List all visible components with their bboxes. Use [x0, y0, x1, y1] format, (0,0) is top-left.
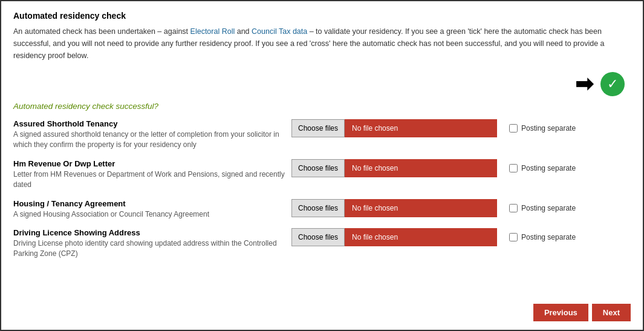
doc-desc-hm-revenue: Letter from HM Revenues or Department of…: [13, 169, 291, 191]
posting-separate-checkbox-hm-revenue[interactable]: [509, 164, 518, 172]
posting-separate-checkbox-driving-licence[interactable]: [509, 233, 518, 241]
file-upload-area-driving-licence: Choose files No file chosen Posting sepa…: [291, 228, 631, 246]
posting-separate-label-assured-shorthold[interactable]: Posting separate: [509, 124, 576, 133]
no-file-chosen-housing-tenancy: No file chosen: [345, 199, 497, 217]
no-file-chosen-hm-revenue: No file chosen: [345, 159, 497, 177]
posting-separate-checkbox-housing-tenancy[interactable]: [509, 204, 518, 212]
electoral-roll-link[interactable]: Electoral Roll: [190, 27, 235, 36]
choose-files-button-hm-revenue[interactable]: Choose files: [291, 159, 345, 177]
file-input-container-driving-licence: Choose files No file chosen: [291, 228, 497, 246]
file-input-container-hm-revenue: Choose files No file chosen: [291, 159, 497, 177]
doc-info-hm-revenue: Hm Revenue Or Dwp Letter Letter from HM …: [13, 159, 291, 191]
posting-separate-label-driving-licence[interactable]: Posting separate: [509, 233, 576, 241]
posting-separate-label-hm-revenue[interactable]: Posting separate: [509, 164, 576, 172]
page-container: Automated residency check An automated c…: [0, 0, 644, 331]
posting-separate-checkbox-assured-shorthold[interactable]: [509, 124, 518, 133]
doc-info-assured-shorthold: Assured Shorthold Tenancy A signed assur…: [13, 119, 291, 151]
page-title: Automated residency check: [13, 11, 631, 21]
no-file-chosen-driving-licence: No file chosen: [345, 228, 497, 246]
file-input-container-housing-tenancy: Choose files No file chosen: [291, 199, 497, 217]
file-upload-area-assured-shorthold: Choose files No file chosen Posting sepa…: [291, 119, 631, 137]
doc-info-housing-tenancy: Housing / Tenancy Agreement A signed Hou…: [13, 199, 291, 220]
no-file-chosen-assured-shorthold: No file chosen: [345, 119, 497, 137]
posting-separate-text-housing-tenancy: Posting separate: [521, 204, 576, 212]
file-upload-area-hm-revenue: Choose files No file chosen Posting sepa…: [291, 159, 631, 177]
choose-files-button-assured-shorthold[interactable]: Choose files: [291, 119, 345, 137]
doc-desc-driving-licence: Driving License photo identity card show…: [13, 238, 291, 260]
documents-container: Assured Shorthold Tenancy A signed assur…: [13, 119, 631, 260]
document-row-housing-tenancy: Housing / Tenancy Agreement A signed Hou…: [13, 199, 631, 220]
choose-files-button-housing-tenancy[interactable]: Choose files: [291, 199, 345, 217]
arrow-icon: ➡: [575, 71, 593, 97]
file-input-container-assured-shorthold: Choose files No file chosen: [291, 119, 497, 137]
document-row-hm-revenue: Hm Revenue Or Dwp Letter Letter from HM …: [13, 159, 631, 191]
choose-files-button-driving-licence[interactable]: Choose files: [291, 228, 345, 246]
document-row-assured-shorthold: Assured Shorthold Tenancy A signed assur…: [13, 119, 631, 151]
council-tax-link[interactable]: Council Tax data: [252, 27, 307, 36]
success-check-icon: ✓: [600, 72, 625, 96]
doc-desc-housing-tenancy: A signed Housing Association or Council …: [13, 209, 291, 220]
doc-desc-assured-shorthold: A signed assured shorthold tenancy or th…: [13, 129, 291, 151]
bottom-nav: Previous Next: [533, 304, 631, 321]
status-row: ➡ ✓: [13, 71, 631, 97]
intro-text: An automated check has been undertaken –…: [13, 25, 631, 62]
next-button[interactable]: Next: [592, 304, 631, 321]
previous-button[interactable]: Previous: [533, 304, 588, 321]
posting-separate-label-housing-tenancy[interactable]: Posting separate: [509, 204, 576, 212]
doc-title-hm-revenue: Hm Revenue Or Dwp Letter: [13, 159, 291, 168]
posting-separate-text-hm-revenue: Posting separate: [521, 164, 576, 172]
section-label: Automated residency check successful?: [13, 102, 631, 111]
posting-separate-text-driving-licence: Posting separate: [521, 233, 576, 241]
doc-info-driving-licence: Driving Licence Showing Address Driving …: [13, 228, 291, 260]
doc-title-housing-tenancy: Housing / Tenancy Agreement: [13, 199, 291, 208]
document-row-driving-licence: Driving Licence Showing Address Driving …: [13, 228, 631, 260]
doc-title-driving-licence: Driving Licence Showing Address: [13, 228, 291, 237]
file-upload-area-housing-tenancy: Choose files No file chosen Posting sepa…: [291, 199, 631, 217]
doc-title-assured-shorthold: Assured Shorthold Tenancy: [13, 119, 291, 128]
posting-separate-text-assured-shorthold: Posting separate: [521, 124, 576, 133]
